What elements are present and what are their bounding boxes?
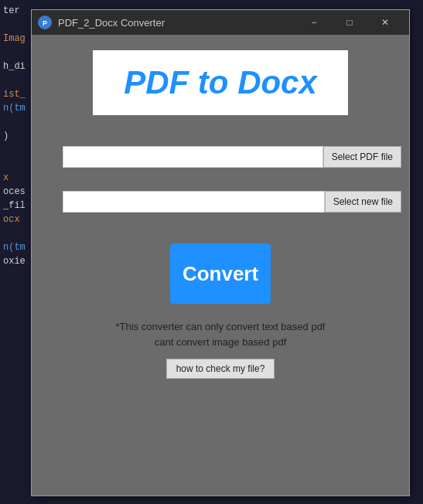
select-pdf-button[interactable]: Select PDF file <box>323 146 401 168</box>
title-bar: P PDF_2_Docx Converter − □ ✕ <box>32 10 409 35</box>
app-icon: P <box>38 15 52 29</box>
footer-note: *This converter can only convert text ba… <box>116 319 326 349</box>
convert-button[interactable]: Convert <box>170 243 271 304</box>
output-path-input[interactable] <box>63 191 325 213</box>
window-content: PDF to Docx Select PDF file Select new f… <box>32 35 409 495</box>
footer-note-line2: cant convert image based pdf <box>116 335 326 350</box>
app-title-box: PDF to Docx <box>93 50 348 115</box>
app-title: PDF to Docx <box>124 64 317 101</box>
close-button[interactable]: ✕ <box>367 10 403 35</box>
window-title: PDF_2_Docx Converter <box>58 17 296 29</box>
app-window: P PDF_2_Docx Converter − □ ✕ PDF to Docx… <box>31 9 410 496</box>
output-file-row: Select new file <box>32 191 409 213</box>
check-file-button[interactable]: how to check my file? <box>166 359 275 379</box>
svg-text:P: P <box>43 19 47 27</box>
window-controls: − □ ✕ <box>296 10 403 35</box>
select-output-button[interactable]: Select new file <box>325 191 401 213</box>
minimize-button[interactable]: − <box>296 10 332 35</box>
footer-note-line1: *This converter can only convert text ba… <box>116 319 326 335</box>
pdf-file-row: Select PDF file <box>32 146 409 168</box>
pdf-path-input[interactable] <box>63 146 323 168</box>
maximize-button[interactable]: □ <box>332 10 367 35</box>
